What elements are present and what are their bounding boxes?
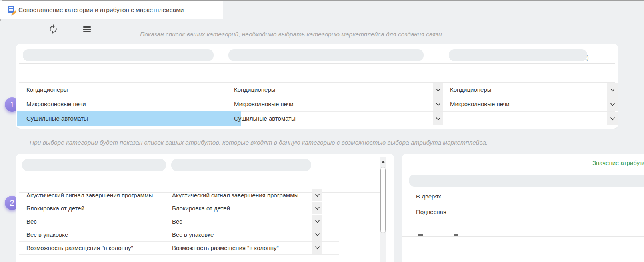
category-cell[interactable]: Микроволновые печи — [26, 97, 86, 111]
attribute-name-cell[interactable]: Вес в упаковке — [26, 228, 68, 241]
menu-button[interactable] — [81, 23, 93, 35]
chevron-down-icon — [315, 193, 320, 197]
attribute-rozetka-value[interactable]: Вес в упаковке — [172, 228, 214, 241]
divider — [402, 172, 644, 172]
values-panel-header: Значение атрибута — [592, 159, 644, 167]
menu-icon — [83, 26, 91, 32]
prom-category-dropdown[interactable] — [607, 83, 618, 97]
attribute-values-panel: Значение атрибута В дверях Подвесная — [402, 154, 644, 262]
attributes-table: Название атрибута Название на ROZETKA Ак… — [16, 154, 394, 262]
attribute-name-cell[interactable]: Акустический сигнал завершения программы — [26, 189, 153, 202]
chevron-down-icon — [436, 103, 441, 106]
attribute-row[interactable]: Блокировка от детей Блокировка от детей — [16, 202, 394, 215]
attribute-name-filter-input[interactable] — [22, 159, 166, 171]
attribute-rozetka-dropdown[interactable] — [312, 228, 322, 241]
scrollbar-thumb[interactable] — [380, 167, 386, 233]
divider — [19, 126, 615, 126]
rozetka-filter-input[interactable] — [228, 49, 424, 61]
attribute-name-cell[interactable]: Возможность размещения "в колонну" — [26, 241, 133, 254]
attribute-value-filter-input[interactable] — [409, 175, 644, 187]
attribute-rozetka-dropdown[interactable] — [312, 202, 322, 214]
attribute-value-row[interactable]: Подвесная — [416, 208, 446, 215]
note-edit-icon — [7, 5, 16, 15]
attribute-value-row[interactable]: В дверях — [416, 193, 441, 200]
rozetka-category-dropdown[interactable] — [433, 112, 443, 125]
divider — [402, 189, 644, 189]
clipped-row-text-fragment — [418, 234, 423, 236]
rozetka-category-value[interactable]: Кондиционеры — [234, 83, 276, 97]
category-cell[interactable]: Сушильные автоматы — [17, 111, 241, 126]
attribute-rozetka-value[interactable]: Блокировка от детей — [172, 202, 230, 215]
divider — [402, 236, 644, 237]
category-cell[interactable]: Кондиционеры — [26, 83, 68, 97]
attribute-name-cell[interactable]: Вес — [26, 215, 37, 228]
prom-category-dropdown[interactable] — [607, 97, 618, 111]
chevron-down-icon — [315, 220, 320, 223]
divider — [19, 254, 339, 255]
chevron-down-icon — [610, 103, 615, 106]
attribute-row[interactable]: Акустический сигнал завершения программы… — [16, 189, 394, 202]
attributes-hint: При выборе категории будет показан списо… — [30, 139, 488, 146]
attribute-rozetka-filter-input[interactable] — [171, 159, 311, 171]
chevron-down-icon — [436, 117, 441, 121]
category-row-selected[interactable]: Сушильные автоматы Сушильные автоматы — [16, 111, 618, 126]
attribute-rozetka-value[interactable]: Акустический сигнал завершения программы — [172, 189, 298, 202]
rozetka-category-value[interactable]: Сушильные автоматы — [234, 111, 296, 126]
chevron-down-icon — [315, 233, 320, 236]
chevron-down-icon — [315, 246, 320, 250]
title-bar: Сопоставление категорий и атрибутов с ма… — [0, 1, 223, 19]
categories-hint: Показан список ваших категорий, необходи… — [140, 31, 444, 38]
chevron-down-icon — [610, 88, 615, 92]
divider — [402, 219, 644, 219]
category-row[interactable]: Микроволновые печи Микроволновые печи Ми… — [16, 97, 618, 111]
attribute-row[interactable]: Возможность размещения "в колонну" Возмо… — [16, 241, 394, 254]
refresh-button[interactable] — [47, 23, 59, 35]
attribute-rozetka-dropdown[interactable] — [312, 189, 322, 201]
attribute-rozetka-value[interactable]: Вес — [172, 215, 182, 228]
rozetka-category-dropdown[interactable] — [433, 83, 443, 97]
refresh-icon — [48, 24, 58, 34]
chevron-down-icon — [610, 117, 615, 121]
attribute-name-cell[interactable]: Блокировка от детей — [26, 202, 84, 215]
categories-table: Категория Категория ROZETKA Категория pr… — [16, 44, 618, 129]
prom-category-dropdown[interactable] — [607, 112, 618, 125]
filter-row — [19, 63, 615, 83]
attribute-row[interactable]: Вес в упаковке Вес в упаковке — [16, 228, 394, 241]
attribute-rozetka-dropdown[interactable] — [312, 242, 322, 254]
attribute-rozetka-dropdown[interactable] — [312, 215, 322, 228]
chevron-down-icon — [315, 206, 320, 210]
divider — [402, 205, 644, 205]
page-title: Сопоставление категорий и атрибутов с ма… — [18, 6, 184, 14]
chevron-down-icon — [436, 88, 441, 92]
category-mapping-window: Сопоставление категорий и атрибутов с ма… — [0, 0, 644, 262]
arrow-up-icon[interactable] — [381, 161, 385, 163]
prom-category-value[interactable]: Микроволновые печи — [450, 97, 510, 111]
category-filter-input[interactable] — [23, 49, 214, 61]
clipped-row-text-fragment — [454, 234, 458, 236]
category-row[interactable]: Кондиционеры Кондиционеры Кондиционеры — [16, 83, 618, 97]
attribute-rozetka-value[interactable]: Возможность размещения "в колонну" — [172, 241, 279, 254]
rozetka-category-value[interactable]: Микроволновые печи — [234, 97, 294, 111]
rozetka-category-dropdown[interactable] — [433, 97, 443, 111]
attribute-row[interactable]: Вес Вес — [16, 215, 394, 228]
prom-filter-input[interactable] — [449, 49, 587, 61]
prom-category-value[interactable]: Кондиционеры — [450, 83, 492, 97]
